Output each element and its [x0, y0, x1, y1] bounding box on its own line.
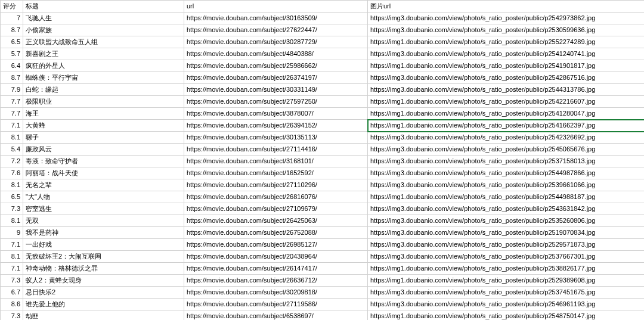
- cell-url[interactable]: https://movie.douban.com/subject/2637419…: [184, 72, 368, 84]
- cell-title[interactable]: 密室逃生: [23, 203, 184, 215]
- cell-rating[interactable]: 7.7: [1, 108, 23, 120]
- cell-rating[interactable]: 7.3: [1, 310, 23, 321]
- cell-title[interactable]: 疯狂的外星人: [23, 60, 184, 72]
- cell-rating[interactable]: 7.7: [1, 96, 23, 108]
- table-row[interactable]: 7.1一出好戏https://movie.douban.com/subject/…: [1, 239, 645, 251]
- cell-img-url[interactable]: https://img1.doubanio.com/view/photo/s_r…: [368, 310, 645, 321]
- cell-url[interactable]: https://movie.douban.com/subject/2663671…: [184, 275, 368, 287]
- cell-rating[interactable]: 8.1: [1, 132, 23, 144]
- cell-rating[interactable]: 7.1: [1, 263, 23, 275]
- cell-title[interactable]: 大黄蜂: [23, 120, 184, 132]
- table-row[interactable]: 6.5正义联盟大战致命五人组https://movie.douban.com/s…: [1, 36, 645, 48]
- cell-url[interactable]: https://movie.douban.com/subject/2762244…: [184, 24, 368, 36]
- col-header-title[interactable]: 标题: [23, 1, 184, 13]
- cell-title[interactable]: 劫匪: [23, 310, 184, 321]
- cell-url[interactable]: https://movie.douban.com/subject/2759725…: [184, 96, 368, 108]
- table-row[interactable]: 7.3劫匪https://movie.douban.com/subject/65…: [1, 310, 645, 321]
- table-row[interactable]: 7.1神奇动物：格林德沃之罪https://movie.douban.com/s…: [1, 263, 645, 275]
- cell-title[interactable]: 蚁人2：黄蜂女现身: [23, 275, 184, 287]
- cell-title[interactable]: 小偷家族: [23, 24, 184, 36]
- cell-url[interactable]: https://movie.douban.com/subject/1652592…: [184, 167, 368, 179]
- cell-title[interactable]: 无名之辈: [23, 179, 184, 191]
- cell-title[interactable]: 一出好戏: [23, 239, 184, 251]
- table-row[interactable]: 7.2毒液：致命守护者https://movie.douban.com/subj…: [1, 156, 645, 167]
- cell-url[interactable]: https://movie.douban.com/subject/2043896…: [184, 251, 368, 263]
- table-row[interactable]: 8.1无双https://movie.douban.com/subject/26…: [1, 215, 645, 227]
- cell-url[interactable]: https://movie.douban.com/subject/6538697…: [184, 310, 368, 321]
- cell-title[interactable]: 蜘蛛侠：平行宇宙: [23, 72, 184, 84]
- table-row[interactable]: 5.7新喜剧之王https://movie.douban.com/subject…: [1, 48, 645, 60]
- table-row[interactable]: 6.5"大"人物https://movie.douban.com/subject…: [1, 191, 645, 203]
- cell-url[interactable]: https://movie.douban.com/subject/3013511…: [184, 132, 368, 144]
- cell-url[interactable]: https://movie.douban.com/subject/3020981…: [184, 287, 368, 299]
- cell-img-url[interactable]: https://img3.doubanio.com/view/photo/s_r…: [368, 72, 645, 84]
- cell-title[interactable]: 阿丽塔：战斗天使: [23, 167, 184, 179]
- cell-title[interactable]: 廉政风云: [23, 144, 184, 156]
- cell-url[interactable]: https://movie.douban.com/subject/3016350…: [184, 13, 368, 24]
- cell-rating[interactable]: 5.4: [1, 144, 23, 156]
- table-row[interactable]: 7.9白蛇：缘起https://movie.douban.com/subject…: [1, 84, 645, 96]
- cell-title[interactable]: 我不是药神: [23, 227, 184, 239]
- cell-rating[interactable]: 6.5: [1, 36, 23, 48]
- cell-title[interactable]: "大"人物: [23, 191, 184, 203]
- cell-url[interactable]: https://movie.douban.com/subject/4840388…: [184, 48, 368, 60]
- cell-url[interactable]: https://movie.douban.com/subject/2675208…: [184, 227, 368, 239]
- cell-rating[interactable]: 8.1: [1, 179, 23, 191]
- cell-title[interactable]: 无双: [23, 215, 184, 227]
- cell-url[interactable]: https://movie.douban.com/subject/3033114…: [184, 84, 368, 96]
- col-header-img-url[interactable]: 图片url: [368, 1, 645, 13]
- cell-img-url[interactable]: https://img3.doubanio.com/view/photo/s_r…: [368, 132, 645, 144]
- cell-rating[interactable]: 7: [1, 13, 23, 24]
- table-row[interactable]: 8.1骡子https://movie.douban.com/subject/30…: [1, 132, 645, 144]
- cell-title[interactable]: 毒液：致命守护者: [23, 156, 184, 167]
- cell-img-url[interactable]: https://img1.doubanio.com/view/photo/s_r…: [368, 60, 645, 72]
- cell-img-url[interactable]: https://img3.doubanio.com/view/photo/s_r…: [368, 144, 645, 156]
- cell-img-url[interactable]: https://img3.doubanio.com/view/photo/s_r…: [368, 287, 645, 299]
- cell-title[interactable]: 新喜剧之王: [23, 48, 184, 60]
- cell-rating[interactable]: 5.7: [1, 48, 23, 60]
- table-row[interactable]: 7.6阿丽塔：战斗天使https://movie.douban.com/subj…: [1, 167, 645, 179]
- cell-img-url[interactable]: https://img3.doubanio.com/view/photo/s_r…: [368, 156, 645, 167]
- cell-img-url[interactable]: https://img3.doubanio.com/view/photo/s_r…: [368, 179, 645, 191]
- cell-img-url[interactable]: https://img3.doubanio.com/view/photo/s_r…: [368, 251, 645, 263]
- cell-url[interactable]: https://movie.douban.com/subject/3878007…: [184, 108, 368, 120]
- table-row[interactable]: 8.7蜘蛛侠：平行宇宙https://movie.douban.com/subj…: [1, 72, 645, 84]
- table-row[interactable]: 9我不是药神https://movie.douban.com/subject/2…: [1, 227, 645, 239]
- cell-rating[interactable]: 6.7: [1, 287, 23, 299]
- cell-rating[interactable]: 6.4: [1, 60, 23, 72]
- cell-rating[interactable]: 8.1: [1, 251, 23, 263]
- cell-url[interactable]: https://movie.douban.com/subject/2698512…: [184, 239, 368, 251]
- col-header-url[interactable]: url: [184, 1, 368, 13]
- table-row[interactable]: 8.6谁先爱上他的https://movie.douban.com/subjec…: [1, 299, 645, 310]
- table-row[interactable]: 8.1无名之辈https://movie.douban.com/subject/…: [1, 179, 645, 191]
- cell-img-url[interactable]: https://img1.doubanio.com/view/photo/s_r…: [368, 108, 645, 120]
- cell-rating[interactable]: 8.1: [1, 215, 23, 227]
- cell-url[interactable]: https://movie.douban.com/subject/2639415…: [184, 120, 368, 132]
- cell-title[interactable]: 神奇动物：格林德沃之罪: [23, 263, 184, 275]
- cell-rating[interactable]: 7.2: [1, 156, 23, 167]
- cell-img-url[interactable]: https://img1.doubanio.com/view/photo/s_r…: [368, 96, 645, 108]
- cell-img-url[interactable]: https://img3.doubanio.com/view/photo/s_r…: [368, 167, 645, 179]
- cell-title[interactable]: 谁先爱上他的: [23, 299, 184, 310]
- spreadsheet-grid[interactable]: 评分 标题 url 图片url 7飞驰人生https://movie.douba…: [0, 0, 644, 320]
- cell-rating[interactable]: 8.7: [1, 72, 23, 84]
- cell-title[interactable]: 飞驰人生: [23, 13, 184, 24]
- table-row[interactable]: 7.3蚁人2：黄蜂女现身https://movie.douban.com/sub…: [1, 275, 645, 287]
- cell-title[interactable]: 忌日快乐2: [23, 287, 184, 299]
- cell-title[interactable]: 骡子: [23, 132, 184, 144]
- cell-img-url[interactable]: https://img1.doubanio.com/view/photo/s_r…: [368, 120, 645, 132]
- table-row[interactable]: 5.4廉政风云https://movie.douban.com/subject/…: [1, 144, 645, 156]
- cell-url[interactable]: https://movie.douban.com/subject/2711958…: [184, 299, 368, 310]
- cell-img-url[interactable]: https://img1.doubanio.com/view/photo/s_r…: [368, 36, 645, 48]
- cell-url[interactable]: https://movie.douban.com/subject/2642506…: [184, 215, 368, 227]
- cell-title[interactable]: 正义联盟大战致命五人组: [23, 36, 184, 48]
- cell-rating[interactable]: 7.3: [1, 275, 23, 287]
- cell-url[interactable]: https://movie.douban.com/subject/3168101…: [184, 156, 368, 167]
- cell-rating[interactable]: 8.6: [1, 299, 23, 310]
- cell-rating[interactable]: 7.6: [1, 167, 23, 179]
- table-row[interactable]: 6.4疯狂的外星人https://movie.douban.com/subjec…: [1, 60, 645, 72]
- cell-img-url[interactable]: https://img1.doubanio.com/view/photo/s_r…: [368, 263, 645, 275]
- cell-img-url[interactable]: https://img3.doubanio.com/view/photo/s_r…: [368, 84, 645, 96]
- cell-url[interactable]: https://movie.douban.com/subject/2681607…: [184, 191, 368, 203]
- cell-img-url[interactable]: https://img3.doubanio.com/view/photo/s_r…: [368, 13, 645, 24]
